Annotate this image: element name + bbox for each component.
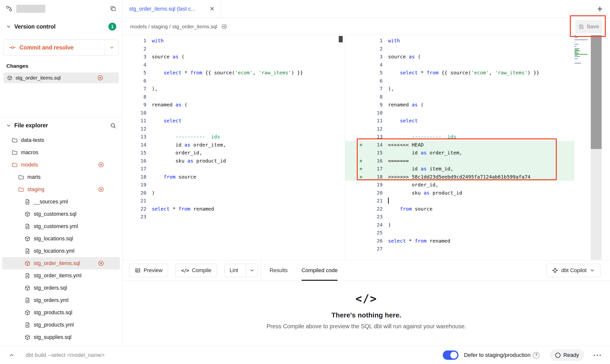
tree-item-stg-products-sql[interactable]: stg_products.sql (2, 306, 120, 319)
editor-scrollbar[interactable] (591, 35, 602, 260)
code-line-9[interactable]: 9renamed as ( (123, 101, 345, 109)
tree-item-stg-order-items-sql[interactable]: stg_order_items.sql (2, 257, 120, 269)
code-line-12[interactable]: 12 (123, 125, 345, 133)
code-line-14[interactable]: 14 id as order_item, (123, 141, 345, 149)
tab-results[interactable]: Results (270, 260, 288, 281)
code-line-7[interactable]: 7), (345, 85, 574, 93)
dbt-copilot-button[interactable]: dbt Copilot (546, 264, 601, 277)
copy-icon[interactable] (110, 5, 116, 12)
changed-file-item[interactable]: stg_order_items.sql (3, 72, 119, 83)
tree-item-stg-order-items-yml[interactable]: stg_order_items.yml (2, 269, 120, 282)
code-line-4[interactable]: 4 (123, 61, 345, 69)
tab-stg-order-items[interactable]: stg_order_items.sql (last c... ✕ (123, 0, 221, 18)
lineage-icon[interactable] (221, 24, 227, 30)
code-line-8[interactable]: 8 (123, 93, 345, 101)
tree-item-marts[interactable]: marts (2, 171, 120, 183)
close-icon[interactable]: ✕ (210, 6, 215, 12)
tree-item-stg-supplies-sql[interactable]: stg_supplies.sql (2, 331, 120, 343)
tree-item-stg-customers-sql[interactable]: stg_customers.sql (2, 208, 120, 220)
code-line-27[interactable]: 27 (345, 245, 574, 253)
save-button[interactable]: Save (575, 20, 602, 33)
code-line-11[interactable]: 11 select (123, 117, 345, 125)
code-line-19[interactable]: 19 order_id, (345, 181, 574, 189)
code-line-1[interactable]: 1with (345, 37, 574, 45)
code-line-15[interactable]: 15 order_id, (123, 149, 345, 157)
code-line-7[interactable]: 7), (123, 85, 345, 93)
tree-item-stg-orders-yml[interactable]: stg_orders.yml (2, 294, 120, 306)
code-line-10[interactable]: 10 (345, 109, 574, 117)
tree-item-staging[interactable]: staging (2, 183, 120, 196)
version-control-header[interactable]: Version control 1 (0, 19, 122, 34)
tree-item-stg-orders-sql[interactable]: stg_orders.sql (2, 282, 120, 294)
code-line-21[interactable]: 21 (345, 197, 574, 205)
tree-item-stg-locations-sql[interactable]: stg_locations.sql (2, 232, 120, 245)
code-line-1[interactable]: 1with (123, 37, 345, 45)
code-line-8[interactable]: 8 (345, 93, 574, 101)
commit-and-resolve-button[interactable]: Commit and resolve (3, 39, 119, 56)
file-explorer-header[interactable]: File explorer (0, 117, 122, 133)
tree-item-stg-products-yml[interactable]: stg_products.yml (2, 319, 120, 331)
tree-item--sources-yml[interactable]: __sources.yml (2, 196, 120, 208)
code-line-3[interactable]: 3source as ( (123, 53, 345, 61)
help-icon[interactable]: ? (533, 352, 540, 359)
tree-item-models[interactable]: models (2, 159, 120, 171)
code-line-9[interactable]: 9renamed as ( (345, 101, 574, 109)
code-line-26[interactable]: 26select * from renamed (345, 237, 574, 245)
code-line-22[interactable]: 22select * from renamed (123, 205, 345, 213)
lint-options-chevron[interactable] (246, 264, 258, 277)
editor-pane-modified[interactable]: 1with23source as (45 select * from {{ so… (345, 35, 610, 260)
tree-item-stg-customers-yml[interactable]: stg_customers.yml (2, 220, 120, 232)
tab-compiled-code[interactable]: Compiled code (302, 260, 338, 281)
code-line-17[interactable]: 17 (123, 165, 345, 173)
search-icon[interactable] (110, 122, 116, 129)
preview-button[interactable]: Preview (129, 264, 168, 277)
code-line-2[interactable]: 2 (345, 45, 574, 53)
code-line-10[interactable]: 10 (123, 109, 345, 117)
code-line-5[interactable]: 5 select * from {{ source('ecom', 'raw_i… (123, 69, 345, 77)
ready-status-button[interactable]: Ready (550, 349, 584, 361)
code-line-25[interactable]: 25 (345, 229, 574, 237)
command-input[interactable]: dbt build --select <model_name> (26, 352, 104, 358)
code-line-13[interactable]: 13 ---------- ids (123, 133, 345, 141)
code-line-24[interactable]: 24) (345, 221, 574, 229)
code-line-6[interactable]: 6 (123, 77, 345, 85)
code-line-11[interactable]: 11 select (345, 117, 574, 125)
code-line-17[interactable]: +17 id as item_id, (345, 165, 574, 173)
code-line-23[interactable]: 23 (345, 213, 574, 221)
left-editor-scrollbar-thumb[interactable] (339, 36, 343, 42)
code-line-16[interactable]: 16 sku as product_id (123, 157, 345, 165)
graph-icon[interactable] (6, 5, 12, 12)
code-line-20[interactable]: 20 sku as product_id (345, 189, 574, 197)
code-line-18[interactable]: +18>>>>>>> 58c1dd23d5eebd9cd2495fa7124ab… (345, 173, 574, 181)
code-line-15[interactable]: 15 id as order_item, (345, 149, 574, 157)
code-line-12[interactable]: 12 (345, 125, 574, 133)
tree-item-macros[interactable]: macros (2, 146, 120, 159)
new-tab-button[interactable]: + (597, 4, 603, 14)
code-line-6[interactable]: 6 (345, 77, 574, 85)
code-line-22[interactable]: 22 from source (345, 205, 574, 213)
tree-item-stg-locations-yml[interactable]: stg_locations.yml (2, 245, 120, 257)
code-line-16[interactable]: +16======= (345, 157, 574, 165)
code-line-20[interactable]: 20) (123, 189, 345, 197)
code-line-13[interactable]: 13 ---------- ids (345, 133, 574, 141)
code-line-18[interactable]: 18 from source (123, 173, 345, 181)
editor-pane-original[interactable]: 1with23source as (45 select * from {{ so… (123, 35, 345, 260)
code-line-3[interactable]: 3source as ( (345, 53, 574, 61)
compile-button[interactable]: </> Compile (175, 264, 217, 277)
lint-button-label[interactable]: Lint (225, 267, 243, 274)
code-line-4[interactable]: 4 (345, 61, 574, 69)
chevron-up-icon[interactable] (8, 352, 15, 358)
code-line-5[interactable]: 5 select * from {{ source('ecom', 'raw_i… (345, 69, 574, 77)
tree-item-data-tests[interactable]: data-tests (2, 134, 120, 146)
editor-scrollbar-thumb[interactable] (591, 35, 602, 149)
code-line-21[interactable]: 21 (123, 197, 345, 205)
status-circle-icon (555, 353, 560, 358)
code-line-2[interactable]: 2 (123, 45, 345, 53)
code-line-23[interactable]: 23 (123, 213, 345, 221)
defer-toggle[interactable] (443, 350, 458, 360)
minimap[interactable] (575, 35, 589, 65)
code-line-19[interactable]: 19 (123, 181, 345, 189)
code-line-14[interactable]: +14<<<<<<< HEAD (345, 141, 574, 149)
lint-button-group[interactable]: Lint (224, 264, 258, 277)
commit-options-chevron[interactable] (105, 40, 119, 55)
